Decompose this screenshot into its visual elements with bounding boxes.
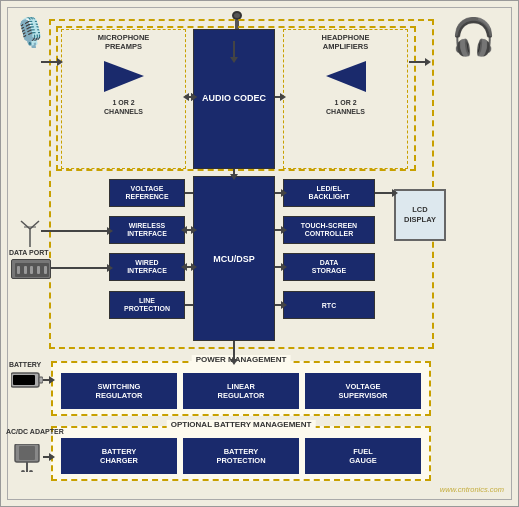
storage-arrow (275, 266, 283, 268)
battery-charger-block: BATTERYCHARGER (61, 438, 177, 474)
wired-interface-label: WIREDINTERFACE (127, 259, 167, 276)
battery-protection-block: BATTERYPROTECTION (183, 438, 299, 474)
antenna-wireless-arrow (41, 230, 109, 232)
touch-arrow (275, 229, 283, 231)
microphone-icon: 🎙️ (13, 16, 48, 49)
acdc-battery-arrow (43, 456, 51, 458)
mic-arrow (41, 61, 59, 63)
acdc-icon (11, 444, 43, 474)
wireless-interface-label: WIRELESSINTERFACE (127, 222, 167, 239)
data-port-connector (11, 259, 51, 279)
fuel-gauge-block: FUELGAUGE (305, 438, 421, 474)
power-mgmt-outer: POWER MANAGEMENT SWITCHINGREGULATOR LINE… (51, 361, 431, 416)
wireless-interface-block: WIRELESSINTERFACE (109, 216, 185, 244)
jack-codec-arrow (233, 41, 235, 59)
touch-screen-block: TOUCH-SCREENCONTROLLER (283, 216, 375, 244)
codec-head-arrow (275, 96, 282, 98)
data-port-label: DATA PORT (9, 249, 49, 257)
battery-mgmt-label: OPTIONAL BATTERY MANAGEMENT (167, 420, 316, 429)
headphone-channels-label: 1 OR 2CHANNELS (284, 98, 407, 116)
led-lcd-arrow (375, 192, 394, 194)
battery-icon (11, 371, 43, 391)
voltage-ref-arrow (185, 192, 193, 194)
led-arrow (275, 192, 283, 194)
voltage-ref-block: VOLTAGEREFERENCE (109, 179, 185, 207)
mcu-dsp-block: MCU/DSP (193, 176, 275, 341)
battery-power-arrow (43, 379, 51, 381)
wireless-arrow (185, 229, 193, 231)
svg-rect-10 (19, 446, 35, 460)
svg-marker-0 (104, 61, 144, 92)
line-prot-arrow (185, 304, 193, 306)
acdc-label: AC/DC ADAPTER (6, 428, 64, 436)
codec-mcu-arrow (233, 169, 235, 176)
rtc-block: RTC (283, 291, 375, 319)
data-storage-label: DATASTORAGE (312, 259, 347, 276)
mic-amp-symbol (99, 59, 149, 94)
rtc-arrow (275, 304, 283, 306)
led-backlight-label: LED/ELBACKLIGHT (308, 185, 349, 202)
rtc-label: RTC (322, 302, 336, 309)
svg-point-12 (21, 470, 25, 472)
voltage-ref-label: VOLTAGEREFERENCE (125, 185, 168, 202)
battery-label: BATTERY (9, 361, 41, 368)
headphone-amp-symbol (321, 59, 371, 94)
stethoscope-icon: 🎧 (451, 16, 496, 58)
wired-arrow (185, 266, 193, 268)
battery-mgmt-blocks: BATTERYCHARGER BATTERYPROTECTION FUELGAU… (53, 428, 429, 479)
data-storage-block: DATASTORAGE (283, 253, 375, 281)
svg-rect-8 (13, 375, 35, 385)
data-port-arrow (51, 267, 109, 269)
lcd-display-block: LCD DISPLAY (394, 189, 446, 241)
mic-channels-label: 1 OR 2CHANNELS (62, 98, 185, 116)
power-mgmt-label: POWER MANAGEMENT (192, 355, 291, 364)
mic-preamps-section: MICROPHONE PREAMPS 1 OR 2CHANNELS (61, 29, 186, 169)
line-protection-label: LINEPROTECTION (124, 297, 170, 314)
switching-reg-block: SWITCHINGREGULATOR (61, 373, 177, 409)
headphone-section: HEADPHONE AMPLIFIERS 1 OR 2CHANNELS (283, 29, 408, 169)
battery-mgmt-outer: OPTIONAL BATTERY MANAGEMENT BATTERYCHARG… (51, 426, 431, 481)
touch-screen-label: TOUCH-SCREENCONTROLLER (301, 222, 357, 239)
watermark: www.cntronics.com (440, 485, 504, 494)
svg-line-3 (21, 221, 30, 229)
wired-interface-block: WIREDINTERFACE (109, 253, 185, 281)
mic-preamps-label: MICROPHONE PREAMPS (62, 30, 185, 51)
linear-reg-block: LINEARREGULATOR (183, 373, 299, 409)
power-mgmt-blocks: SWITCHINGREGULATOR LINEARREGULATOR VOLTA… (53, 363, 429, 414)
svg-marker-1 (326, 61, 366, 92)
led-backlight-block: LED/ELBACKLIGHT (283, 179, 375, 207)
line-protection-block: LINEPROTECTION (109, 291, 185, 319)
preamp-codec-bidir (187, 96, 193, 98)
headphone-label: HEADPHONE AMPLIFIERS (284, 30, 407, 51)
mcu-power-arrow (233, 341, 235, 361)
svg-point-13 (29, 470, 33, 472)
mcu-dsp-label: MCU/DSP (213, 254, 255, 264)
audio-codec-label: AUDIO CODEC (202, 93, 266, 105)
diagram-container: AUDIO JACK MICROPHONE PREAMPS 1 OR 2CHAN… (0, 0, 519, 507)
voltage-supervisor-block: VOLTAGESUPERVISOR (305, 373, 421, 409)
antenna-icon (19, 219, 41, 249)
lcd-display-label: LCD DISPLAY (396, 205, 444, 225)
svg-line-4 (30, 221, 39, 229)
headphone-arrow (409, 61, 427, 63)
